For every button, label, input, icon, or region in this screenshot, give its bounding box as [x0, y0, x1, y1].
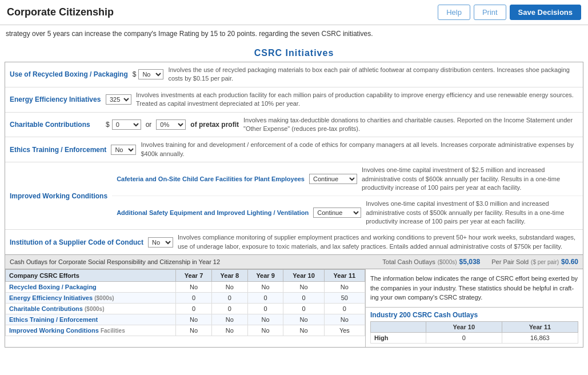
initiative-row-ethics: Ethics Training / Enforcement NoYes Invo… — [5, 137, 583, 162]
per-pair-value: $0.60 — [561, 258, 578, 266]
cell: No — [211, 325, 247, 336]
industry-col-year11: Year 11 — [502, 321, 578, 332]
cell: No — [211, 282, 247, 293]
iwc-cafeteria-row: Cafeteria and On-Site Child Care Facilit… — [112, 162, 583, 196]
row-label-ethics: Ethics Training / Enforcement — [6, 314, 176, 325]
cell: 0 — [176, 293, 212, 304]
csrc-table-wrap: Company CSRC Efforts Year 7 Year 8 Year … — [5, 269, 366, 347]
supplier-label: Institution of a Supplier Code of Conduc… — [10, 238, 143, 246]
cell: No — [176, 314, 212, 325]
initiative-row-recycled: Use of Recycled Boxing / Packaging $ NoY… — [5, 62, 583, 87]
cell: 0 — [283, 304, 324, 314]
col-year10: Year 10 — [283, 270, 324, 282]
initiative-row-supplier: Institution of a Supplier Code of Conduc… — [5, 230, 583, 254]
cell: No — [247, 325, 283, 336]
section-title: CSRC Initiatives — [0, 48, 588, 58]
cafeteria-select[interactable]: ContinueDiscontinueInitiate — [309, 174, 357, 184]
initiatives-container: Use of Recycled Boxing / Packaging $ NoY… — [5, 62, 583, 255]
initiative-row-charitable: Charitable Contributions $ 0500100015002… — [5, 113, 583, 138]
cell: No — [283, 314, 324, 325]
cell: No — [176, 282, 212, 293]
save-decisions-button[interactable]: Save Decisions — [510, 5, 581, 20]
ethics-control: NoYes — [111, 145, 136, 155]
cell: No — [283, 325, 324, 336]
col-year11: Year 11 — [324, 270, 365, 282]
page-title: Corporate Citizenship — [7, 6, 114, 18]
row-label-iwc: Improved Working Conditions Facilities — [6, 325, 176, 336]
energy-efficiency-select[interactable]: 0255075100 150200250300 325350400500 — [106, 94, 131, 105]
safety-control: ContinueDiscontinueInitiate — [313, 208, 361, 218]
energy-efficiency-desc: Involves investments at each production … — [136, 91, 578, 109]
csrc-table-title-header: Company CSRC Efforts — [6, 270, 176, 282]
or-text: or — [146, 121, 152, 129]
cafeteria-control: ContinueDiscontinueInitiate — [309, 174, 357, 184]
cell: No — [211, 314, 247, 325]
charitable-percent-select[interactable]: 0%0.5%1%1.5%2%2.5%3% — [156, 119, 186, 130]
cell: 16,863 — [502, 332, 578, 343]
cell: 0 — [176, 304, 212, 314]
cafeteria-label: Cafeteria and On-Site Child Care Facilit… — [117, 175, 305, 182]
header: Corporate Citizenship Help Print Save De… — [0, 0, 588, 25]
col-year9: Year 9 — [247, 270, 283, 282]
industry-col-label — [371, 321, 426, 332]
iwc-safety-row: Additional Safety Equipment and Improved… — [112, 196, 583, 229]
table-row: Energy Efficiency Initiatives ($000s) 0 … — [6, 293, 365, 304]
industry-table: Year 10 Year 11 High 0 16,863 — [370, 321, 578, 344]
recycled-boxing-select[interactable]: NoYes — [138, 69, 163, 79]
cell: 0 — [324, 304, 365, 314]
cell: 50 — [324, 293, 365, 304]
supplier-select[interactable]: NoYes — [148, 237, 173, 248]
ethics-select[interactable]: NoYes — [111, 145, 136, 155]
recycled-boxing-desc: Involves the use of recycled packaging m… — [168, 66, 578, 83]
cell: 0 — [247, 293, 283, 304]
col-year8: Year 8 — [211, 270, 247, 282]
cell: 0 — [211, 293, 247, 304]
cell: No — [283, 282, 324, 293]
bottom-section: Company CSRC Efforts Year 7 Year 8 Year … — [5, 269, 583, 348]
initiative-row-energy: Energy Efficiency Initiatives 0255075100… — [5, 87, 583, 113]
footer-label: Cash Outlays for Corporate Social Respon… — [10, 258, 371, 265]
charitable-amount-select[interactable]: 05001000150020002500 — [112, 119, 141, 130]
safety-label: Additional Safety Equipment and Improved… — [117, 209, 309, 216]
help-button[interactable]: Help — [438, 5, 470, 20]
supplier-desc: Involves compliance monitoring of suppli… — [178, 233, 578, 251]
cafeteria-desc: Involves one-time capital investment of … — [362, 166, 578, 192]
ethics-desc: Involves training for and development / … — [141, 141, 578, 158]
cell: Yes — [324, 325, 365, 336]
charitable-label: Charitable Contributions — [10, 121, 101, 129]
energy-efficiency-label: Energy Efficiency Initiatives — [10, 95, 101, 103]
industry-table-title: Industry 200 CSRC Cash Outlays — [370, 311, 578, 319]
improved-working-label: Improved Working Conditions — [5, 162, 112, 229]
table-row: Charitable Contributions ($000s) 0 0 0 0… — [6, 304, 365, 314]
cell: 0 — [247, 304, 283, 314]
of-pretax-label: of pretax profit — [190, 121, 239, 129]
safety-desc: Involves one-time capital investment of … — [366, 200, 578, 226]
row-label-energy: Energy Efficiency Initiatives ($000s) — [6, 293, 176, 304]
iwc-sub-rows: Cafeteria and On-Site Child Care Facilit… — [112, 162, 583, 229]
row-label-charitable: Charitable Contributions ($000s) — [6, 304, 176, 314]
row-label-recycled: Recycled Boxing / Packaging — [6, 282, 176, 293]
per-pair-label: Per Pair Sold — [491, 258, 529, 265]
safety-select[interactable]: ContinueDiscontinueInitiate — [313, 208, 361, 218]
table-row: Improved Working Conditions Facilities N… — [6, 325, 365, 336]
industry-table-wrap: Industry 200 CSRC Cash Outlays Year 10 Y… — [366, 308, 583, 347]
ethics-label: Ethics Training / Enforcement — [10, 146, 106, 154]
total-cash-outlays: Total Cash Outlays ($000s) $5,038 — [382, 258, 480, 266]
energy-efficiency-control: 0255075100 150200250300 325350400500 — [106, 94, 131, 105]
cell: 0 — [426, 332, 502, 343]
info-panel: The information below indicates the rang… — [366, 269, 583, 347]
header-buttons: Help Print Save Decisions — [438, 5, 581, 20]
print-button[interactable]: Print — [474, 5, 506, 20]
recycled-boxing-control: $ NoYes — [133, 69, 164, 79]
table-row: Ethics Training / Enforcement No No No N… — [6, 314, 365, 325]
cell: 0 — [283, 293, 324, 304]
cell: No — [176, 325, 212, 336]
supplier-control: NoYes — [148, 237, 173, 248]
cell: 0 — [211, 304, 247, 314]
recycled-boxing-label: Use of Recycled Boxing / Packaging — [10, 70, 128, 78]
charitable-control: $ 05001000150020002500 or 0%0.5%1%1.5%2%… — [106, 119, 239, 130]
per-pair-sold: Per Pair Sold ($ per pair) $0.60 — [491, 258, 578, 266]
total-unit: ($000s) — [438, 259, 457, 265]
col-year7: Year 7 — [176, 270, 212, 282]
footer-bar: Cash Outlays for Corporate Social Respon… — [5, 255, 583, 269]
